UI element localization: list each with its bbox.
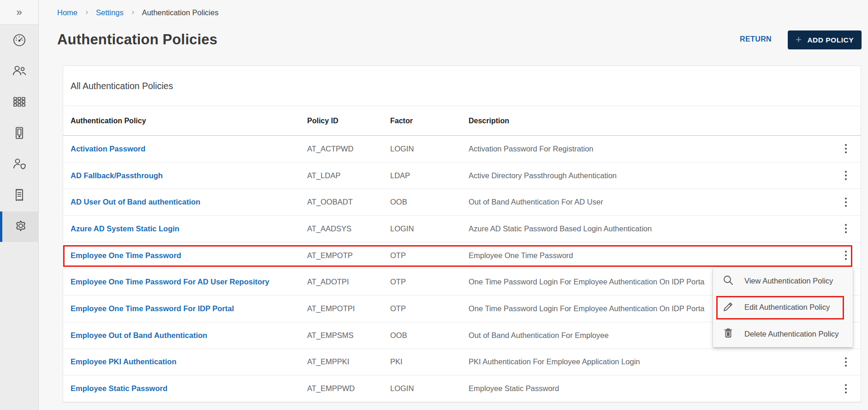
- add-policy-label: ADD POLICY: [807, 36, 854, 44]
- policy-id-cell: AT_EMPPKI: [307, 357, 390, 366]
- card-title-row: All Authentication Policies: [63, 66, 861, 106]
- description-cell: Activation Password For Registration: [469, 145, 831, 153]
- row-context-menu: View Authentication Policy Edit Authenti…: [713, 268, 853, 347]
- sidebar-item-settings[interactable]: [0, 211, 39, 242]
- factor-cell: LOGIN: [390, 224, 469, 233]
- apps-grid-icon: [12, 94, 27, 111]
- table-row-highlighted: Employee One Time Password AT_EMPOTP OTP…: [63, 242, 861, 269]
- factor-cell: OTP: [390, 277, 469, 286]
- sidebar-item-devices[interactable]: [0, 119, 39, 149]
- policy-link[interactable]: AD Fallback/Passthrough: [63, 171, 307, 180]
- policy-id-cell: AT_EMPOTP: [307, 251, 390, 260]
- sidebar-item-applications[interactable]: [0, 87, 39, 118]
- breadcrumb: Home Settings Authentication Policies: [57, 7, 219, 18]
- table-row: Azure AD System Static Login AT_AADSYS L…: [63, 216, 861, 242]
- table-row: Employee Static Password AT_EMPPWD LOGIN…: [63, 375, 861, 402]
- table-row: AD Fallback/Passthrough AT_LDAP LDAP Act…: [63, 163, 861, 189]
- table-row: AD User Out of Band authentication AT_OO…: [63, 189, 861, 216]
- plus-icon: +: [796, 35, 802, 45]
- mobile-device-icon: [12, 126, 27, 142]
- sidebar-item-dashboard[interactable]: [0, 26, 39, 56]
- trash-icon: [722, 327, 734, 341]
- policy-link[interactable]: Activation Password: [63, 145, 307, 153]
- menu-item-label: Edit Authentication Policy: [744, 303, 830, 312]
- sidebar-item-reports[interactable]: [0, 181, 39, 211]
- page-title: Authentication Policies: [57, 31, 217, 48]
- factor-cell: OTP: [390, 304, 469, 313]
- description-cell: Employee One Time Password: [469, 251, 831, 260]
- breadcrumb-current: Authentication Policies: [142, 8, 219, 17]
- pencil-icon: [722, 301, 734, 314]
- column-header-factor: Factor: [390, 117, 469, 125]
- description-cell: Azure AD Static Password Based Login Aut…: [469, 224, 831, 233]
- chevron-right-icon: [130, 10, 136, 15]
- factor-cell: LOGIN: [390, 384, 469, 393]
- policy-link[interactable]: Employee One Time Password For AD User R…: [63, 277, 307, 286]
- column-header-authentication-policy: Authentication Policy: [63, 117, 307, 125]
- factor-cell: OOB: [390, 331, 469, 340]
- policy-link[interactable]: Employee Out of Band Authentication: [63, 331, 307, 340]
- sidebar-item-admin-roles[interactable]: [0, 150, 39, 180]
- policy-link[interactable]: Employee PKI Authentication: [63, 357, 307, 366]
- factor-cell: LDAP: [390, 171, 469, 180]
- description-cell: Employee Static Password: [469, 384, 831, 393]
- factor-cell: OOB: [390, 198, 469, 206]
- sidebar: [0, 24, 39, 410]
- row-actions-kebab-icon[interactable]: [842, 248, 850, 263]
- menu-item-view-policy[interactable]: View Authentication Policy: [713, 268, 853, 294]
- policy-id-cell: AT_LDAP: [307, 171, 390, 180]
- menu-item-delete-policy[interactable]: Delete Authentication Policy: [713, 321, 853, 347]
- sidebar-header: »: [0, 0, 39, 24]
- factor-cell: PKI: [390, 357, 469, 366]
- policy-id-cell: AT_ACTPWD: [307, 145, 390, 153]
- add-policy-button[interactable]: + ADD POLICY: [788, 30, 862, 49]
- description-cell: PKI Authentication For Employee Applicat…: [469, 357, 831, 366]
- policy-link[interactable]: Azure AD System Static Login: [63, 224, 307, 233]
- policy-id-cell: AT_EMPSMS: [307, 331, 390, 340]
- row-actions-kebab-icon[interactable]: [842, 168, 850, 183]
- policy-id-cell: AT_EMPPWD: [307, 384, 390, 393]
- row-actions-kebab-icon[interactable]: [842, 221, 850, 236]
- description-cell: Out of Band Authentication For AD User: [469, 198, 831, 206]
- factor-cell: LOGIN: [390, 145, 469, 153]
- description-cell: Active Directory Passthrough Authenticat…: [469, 171, 831, 180]
- breadcrumb-settings[interactable]: Settings: [96, 8, 124, 17]
- policy-link[interactable]: Employee Static Password: [63, 384, 307, 393]
- column-header-description: Description: [469, 117, 831, 125]
- menu-item-label: View Authentication Policy: [744, 277, 833, 285]
- menu-item-label: Delete Authentication Policy: [744, 330, 839, 338]
- row-actions-kebab-icon[interactable]: [842, 355, 850, 369]
- dashboard-icon: [12, 33, 27, 49]
- policy-id-cell: AT_OOBADT: [307, 198, 390, 206]
- policy-link[interactable]: AD User Out of Band authentication: [63, 198, 307, 206]
- table-row: Employee PKI Authentication AT_EMPPKI PK…: [63, 349, 861, 376]
- policy-id-cell: AT_ADOTPI: [307, 277, 390, 286]
- users-icon: [12, 63, 27, 80]
- policies-card: All Authentication Policies Authenticati…: [63, 66, 861, 403]
- receipt-icon: [12, 187, 27, 204]
- policy-id-cell: AT_EMPOTPI: [307, 304, 390, 313]
- user-shield-icon: [12, 157, 27, 173]
- search-icon: [722, 274, 734, 288]
- column-header-policy-id: Policy ID: [307, 117, 390, 125]
- policy-link[interactable]: Employee One Time Password: [63, 251, 307, 260]
- factor-cell: OTP: [390, 251, 469, 260]
- settings-gear-icon: [13, 218, 28, 235]
- card-title: All Authentication Policies: [71, 81, 173, 91]
- chevron-right-icon: [84, 10, 89, 15]
- row-actions-kebab-icon[interactable]: [842, 381, 850, 396]
- policy-link[interactable]: Employee One Time Password For IDP Porta…: [63, 304, 307, 313]
- policy-id-cell: AT_AADSYS: [307, 224, 390, 233]
- return-button[interactable]: RETURN: [740, 35, 772, 43]
- table-row: Activation Password AT_ACTPWD LOGIN Acti…: [63, 136, 861, 163]
- sidebar-item-users[interactable]: [0, 56, 39, 87]
- collapse-sidebar-icon[interactable]: »: [16, 7, 22, 18]
- breadcrumb-home[interactable]: Home: [57, 8, 77, 17]
- table-header-row: Authentication Policy Policy ID Factor D…: [63, 106, 861, 136]
- row-actions-kebab-icon[interactable]: [842, 141, 850, 156]
- row-actions-kebab-icon[interactable]: [842, 195, 850, 210]
- menu-item-edit-policy[interactable]: Edit Authentication Policy: [713, 294, 853, 320]
